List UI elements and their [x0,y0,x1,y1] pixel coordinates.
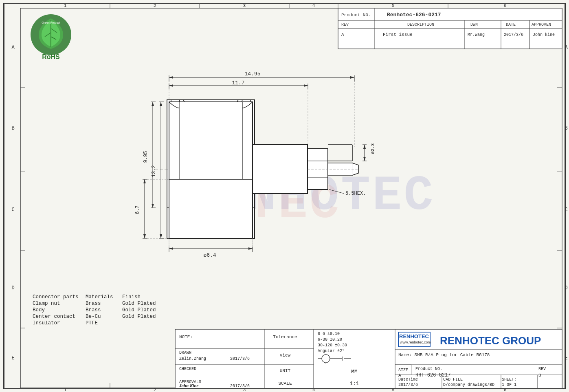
svg-text:D/company drawings/BD: D/company drawings/BD [443,383,494,387]
svg-text:E: E [11,355,14,361]
bom-row-3: Center contact Be-Cu Gold Plated [33,314,175,319]
svg-text:REV: REV [538,367,546,371]
svg-text:DATE: DATE [506,22,516,27]
svg-text:CHECKED: CHECKED [179,367,196,371]
svg-marker-120 [248,247,253,250]
svg-text:DESCRIPTION: DESCRIPTION [407,22,434,27]
svg-text:DRAWN: DRAWN [179,350,191,355]
svg-text:RoHS: RoHS [42,53,60,60]
svg-text:RENHOTEC: RENHOTEC [399,333,429,339]
svg-text:Product NO.: Product NO. [415,367,442,371]
svg-text:4: 4 [312,3,315,8]
svg-text:DateTime: DateTime [398,377,418,382]
svg-marker-99 [160,102,162,106]
svg-text:C: C [11,207,14,213]
svg-text:D: D [11,285,14,291]
svg-text:5: 5 [392,3,395,8]
svg-text:E: E [565,355,567,361]
svg-marker-112 [143,234,146,238]
bom-finish-1: Gold Plated [122,301,175,306]
bom-col2-header: Materials [86,294,122,300]
svg-text:REV: REV [341,22,349,27]
svg-text:Renhotec-626-0217: Renhotec-626-0217 [387,12,441,18]
svg-marker-128 [363,157,366,161]
svg-text:11.7: 11.7 [232,80,244,86]
svg-text:RENHOTEC GROUP: RENHOTEC GROUP [440,335,541,347]
svg-text:1 OF 1: 1 OF 1 [502,383,516,387]
svg-text:DWN: DWN [470,22,478,27]
svg-text:B: B [538,373,541,378]
svg-marker-93 [304,84,308,87]
svg-text:2: 2 [154,388,156,392]
bom-row-2: Body Brass Gold Plated [33,307,175,313]
svg-marker-85 [350,76,354,79]
bom-table: Connector parts Materials Finish Clamp n… [33,294,175,327]
svg-text:6: 6 [504,3,507,8]
svg-line-130 [329,189,344,194]
bom-header: Connector parts Materials Finish [33,294,175,300]
svg-text:C: C [565,207,567,213]
svg-text:B: B [11,126,14,131]
svg-marker-127 [363,145,366,149]
bom-material-4: PTFE [86,320,122,326]
svg-rect-68 [169,102,253,238]
svg-text:2: 2 [154,3,156,8]
svg-text:2017/3/6: 2017/3/6 [230,384,250,388]
svg-text:SHEET:: SHEET: [502,377,516,382]
svg-text:1: 1 [64,3,67,8]
page: RENHOTEC TEC 1 2 3 4 5 6 1 2 3 4 5 6 [0,0,569,392]
svg-text:6.7: 6.7 [135,205,141,214]
svg-marker-119 [169,247,173,250]
bom-col1-header: Connector parts [33,294,86,300]
svg-text:6-30     ±0.20: 6-30 ±0.20 [318,337,342,342]
svg-text:2017/3/6: 2017/3/6 [230,357,250,361]
bom-part-3: Center contact [33,314,86,319]
bom-part-4: Insulator [33,320,86,326]
bom-part-2: Body [33,307,86,313]
svg-marker-105 [152,102,154,106]
svg-text:B: B [565,126,567,131]
bom-row-1: Clamp nut Brass Gold Plated [33,301,175,306]
svg-text:MM: MM [351,369,358,375]
svg-marker-111 [143,179,146,183]
svg-text:John kine: John kine [533,33,555,37]
bom-material-3: Be-Cu [86,314,122,319]
svg-text:ø2.3: ø2.3 [370,143,375,154]
svg-text:NOTE:: NOTE: [179,335,193,339]
svg-text:Mr.Wang: Mr.Wang [468,33,485,37]
svg-text:2017/3/6: 2017/3/6 [504,33,523,37]
drawing-canvas: 1 2 3 4 5 6 1 2 3 4 5 6 A A B B C C D D … [0,0,569,392]
svg-text:APPROVEN: APPROVEN [532,22,551,27]
svg-text:5.5HEX.: 5.5HEX. [345,191,366,196]
svg-marker-106 [152,204,154,208]
svg-text:ø6.4: ø6.4 [203,252,216,258]
svg-text:1: 1 [64,388,67,392]
svg-text:30-120   ±0.30: 30-120 ±0.30 [318,343,347,348]
svg-text:John Kine: John Kine [179,383,198,388]
svg-text:Tolerance: Tolerance [273,335,297,339]
bom-material-2: Brass [86,307,122,313]
svg-text:First issue: First issue [383,32,413,37]
svg-rect-73 [308,149,328,189]
svg-text:SCALE: SCALE [278,381,292,386]
svg-text:SIZE: SIZE [398,368,408,372]
bom-row-4: Insulator PTFE — [33,320,175,326]
bom-material-1: Brass [86,301,122,306]
svg-text:CAD FILE: CAD FILE [443,377,463,382]
svg-marker-92 [169,84,173,87]
svg-text:UNIT: UNIT [280,368,291,373]
svg-text:Product NO.: Product NO. [341,13,371,18]
svg-rect-72 [253,145,308,194]
svg-text:9.95: 9.95 [143,151,149,163]
svg-marker-84 [169,76,173,79]
svg-text:Name:  SMB R/A Plug for Cable : Name: SMB R/A Plug for Cable RG178 [398,352,490,357]
svg-text:D: D [565,285,567,291]
svg-text:View: View [280,353,291,358]
svg-text:1:1: 1:1 [349,381,359,387]
svg-text:Zelin.Zhang: Zelin.Zhang [179,357,206,361]
bom-finish-3: Gold Plated [122,314,175,319]
svg-text:14.95: 14.95 [244,71,260,77]
bom-part-1: Clamp nut [33,301,86,306]
bom-finish-2: Gold Plated [122,307,175,313]
rohs-logo: RoHS Green Product [24,12,77,67]
